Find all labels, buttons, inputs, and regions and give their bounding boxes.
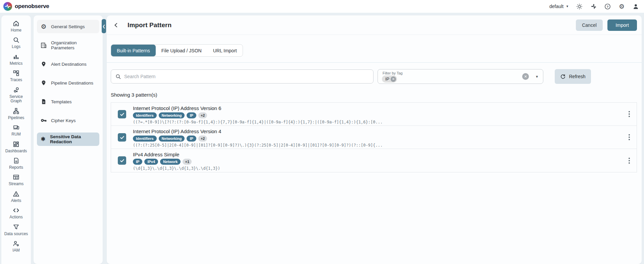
key-icon — [40, 117, 47, 124]
sidebar-item-iam[interactable]: IAM — [12, 240, 20, 253]
settings-nav-pipeline-destinations[interactable]: Pipeline Destinations — [37, 76, 99, 90]
tag-pill: Identifiers — [133, 112, 157, 118]
tag-pill: Identifiers — [133, 136, 157, 142]
tree-icon — [12, 107, 20, 115]
tab-file-upload-json[interactable]: File Upload / JSON — [156, 45, 207, 56]
tab-group: Built-in Patterns File Upload / JSON URL… — [111, 44, 243, 57]
sidebar-item-service-graph[interactable]: Service Graph — [4, 86, 28, 104]
collapse-panel-handle[interactable]: ❮ — [102, 19, 106, 33]
slack-icon[interactable] — [590, 3, 597, 10]
tab-built-in-patterns[interactable]: Built-in Patterns — [111, 45, 156, 56]
tab-url-import[interactable]: URL Import — [207, 45, 243, 56]
back-button[interactable] — [112, 21, 120, 29]
org-selector[interactable]: default ▼ — [549, 4, 569, 9]
warning-icon — [12, 190, 20, 198]
search-box — [111, 69, 374, 84]
pin-alt-icon — [40, 80, 47, 86]
pattern-list: Internet Protocol (IP) Address Version 6… — [111, 102, 637, 172]
filter-by-tag-select[interactable]: Filter by Tag IP ✕ ✕ ▼ — [378, 69, 543, 84]
pattern-name: Internet Protocol (IP) Address Version 4 — [133, 126, 637, 134]
pattern-name: IPv4 Address Simple — [133, 149, 637, 157]
sidebar-item-rum[interactable]: RUM — [11, 124, 20, 137]
user-gear-icon — [12, 240, 20, 247]
pattern-checkbox[interactable] — [118, 133, 126, 142]
row-menu-icon[interactable] — [627, 110, 631, 118]
pattern-checkbox[interactable] — [118, 156, 126, 165]
sidebar-item-logs[interactable]: Logs — [12, 36, 20, 49]
tag-pill: IP — [187, 112, 196, 118]
sidebar: Home Logs Metrics Traces Service Graph P… — [1, 15, 31, 264]
page-header: Import Pattern Cancel Import — [107, 15, 642, 35]
row-menu-icon[interactable] — [627, 133, 631, 142]
building-icon — [40, 42, 47, 49]
cancel-button[interactable]: Cancel — [576, 19, 603, 31]
settings-nav-sensitive-data-redaction[interactable]: ✱ Sensitive Data Redaction — [37, 133, 99, 146]
table-icon — [12, 173, 20, 181]
tag-more-pill: +1 — [183, 159, 192, 165]
pattern-regex: (\d{1,3}\.\d{1,3}\.\d{1,3}\.\d{1,3}) — [133, 166, 637, 171]
page-title: Import Pattern — [128, 21, 171, 29]
pattern-row: Internet Protocol (IP) Address Version 6… — [111, 103, 637, 126]
svg-text:?: ? — [607, 4, 609, 8]
tag-pill: IP — [187, 136, 196, 142]
settings-nav-alert-destinations[interactable]: Alert Destinations — [37, 57, 99, 71]
settings-nav-organization-parameters[interactable]: Organization Parameters — [37, 39, 99, 52]
brand[interactable]: openobserve — [3, 2, 49, 11]
search-pattern-input[interactable] — [124, 74, 369, 79]
settings-nav-templates[interactable]: Templates — [37, 95, 99, 108]
filter-by-tag-label: Filter by Tag — [383, 71, 403, 75]
theme-sun-icon[interactable] — [576, 3, 583, 10]
refresh-icon — [560, 74, 566, 80]
nodes-icon — [12, 69, 20, 77]
graph-icon — [12, 86, 20, 94]
settings-icon[interactable]: ⚙ — [618, 3, 625, 10]
sidebar-item-alerts[interactable]: Alerts — [11, 190, 21, 203]
topbar-actions: default ▼ ? ⚙ — [549, 3, 639, 10]
tag-more-pill: +2 — [198, 112, 207, 118]
import-button[interactable]: Import — [607, 19, 637, 31]
devices-icon — [12, 124, 20, 131]
row-menu-icon[interactable] — [627, 156, 631, 165]
sidebar-item-actions[interactable]: Actions — [9, 207, 22, 219]
tag-pill: Networking — [159, 112, 185, 118]
sidebar-item-dashboards[interactable]: Dashboards — [5, 141, 27, 153]
settings-nav-cipher-keys[interactable]: Cipher Keys — [37, 114, 99, 127]
tag-chip-ip: IP ✕ — [382, 75, 397, 83]
sidebar-item-pipelines[interactable]: Pipelines — [8, 107, 24, 120]
pattern-count: Showing 3 pattern(s) — [111, 92, 642, 98]
brand-name: openobserve — [15, 3, 49, 10]
file-icon — [40, 99, 47, 105]
sidebar-item-traces[interactable]: Traces — [10, 69, 22, 82]
sidebar-item-metrics[interactable]: Metrics — [10, 53, 23, 66]
grid-icon — [12, 141, 20, 148]
search-icon — [115, 73, 121, 80]
tag-pill: IPv4 — [144, 159, 158, 165]
funnel-icon — [12, 223, 20, 231]
chevron-down-icon: ▼ — [535, 75, 539, 78]
sidebar-item-data-sources[interactable]: Data sources — [4, 223, 28, 236]
pin-icon — [40, 61, 47, 67]
settings-nav-general-settings[interactable]: ⚙ General Settings — [37, 20, 99, 33]
pattern-name: Internet Protocol (IP) Address Version 6 — [133, 103, 637, 111]
tag-pill: Network — [160, 159, 181, 165]
org-selector-value: default — [549, 4, 563, 9]
bar-chart-icon — [12, 53, 20, 60]
sidebar-item-reports[interactable]: Reports — [9, 157, 23, 170]
help-icon[interactable]: ? — [604, 3, 611, 10]
home-icon — [12, 20, 20, 27]
clear-filter-icon[interactable]: ✕ — [522, 73, 529, 80]
account-icon[interactable] — [632, 3, 639, 10]
sidebar-item-home[interactable]: Home — [11, 20, 21, 33]
sidebar-item-streams[interactable]: Streams — [9, 173, 24, 186]
pattern-row: IPv4 Address Simple IP IPv4 Network +1 (… — [111, 149, 637, 172]
import-pattern-panel: Import Pattern Cancel Import Built-in Pa… — [107, 15, 642, 264]
pattern-regex: ((?:(?:25[0-5]|2[0-4][0-9]|[01]?[0-9][0-… — [133, 143, 637, 148]
openobserve-logo-icon — [3, 2, 12, 11]
pattern-checkbox[interactable] — [118, 110, 126, 118]
tabs-section: Built-in Patterns File Upload / JSON URL… — [107, 35, 642, 63]
tag-pill: Networking — [159, 136, 185, 142]
refresh-button[interactable]: Refresh — [555, 69, 591, 84]
code-icon — [12, 207, 20, 214]
settings-nav: ⚙ General Settings Organization Paramete… — [34, 15, 103, 264]
remove-tag-icon[interactable]: ✕ — [391, 76, 396, 82]
